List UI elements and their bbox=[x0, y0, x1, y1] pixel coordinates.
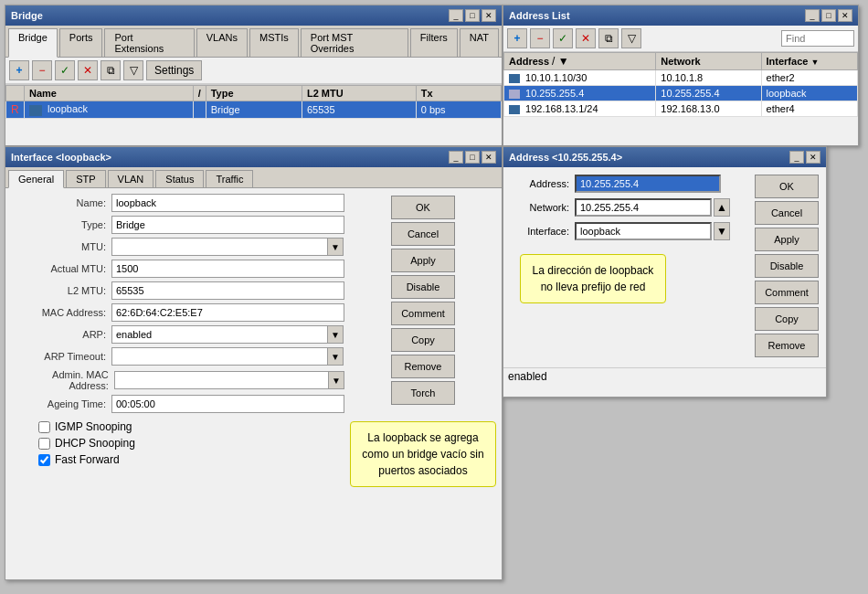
filter-btn[interactable]: ▽ bbox=[123, 60, 143, 80]
torch-button[interactable]: Torch bbox=[391, 381, 455, 405]
tab-bridge[interactable]: Bridge bbox=[8, 28, 58, 58]
disable-button[interactable]: Disable bbox=[391, 275, 455, 299]
interface-close[interactable]: ✕ bbox=[482, 151, 496, 164]
addr-interface-row: Interface: ▼ bbox=[511, 222, 747, 240]
igmp-checkbox[interactable] bbox=[38, 421, 50, 433]
addr-row-2[interactable]: 10.255.255.4 10.255.255.4 loopback bbox=[504, 86, 858, 101]
addr-copy-button[interactable]: Copy bbox=[755, 307, 819, 331]
ageing-input[interactable] bbox=[111, 395, 344, 413]
copy-btn[interactable]: ⧉ bbox=[101, 60, 121, 80]
add-btn[interactable]: + bbox=[9, 60, 29, 80]
mtu-input[interactable] bbox=[111, 238, 328, 256]
arp-input[interactable] bbox=[111, 325, 328, 344]
tab-port-extensions[interactable]: Port Extensions bbox=[104, 28, 194, 57]
tab-nat[interactable]: NAT bbox=[460, 28, 499, 57]
admin-mac-dropdown-arrow[interactable]: ▼ bbox=[328, 371, 344, 389]
type-input[interactable] bbox=[111, 216, 344, 234]
col-tx: Tx bbox=[416, 86, 501, 101]
row-marker: R bbox=[6, 101, 25, 119]
iface-value-3: ether4 bbox=[761, 101, 857, 117]
actual-mtu-input[interactable] bbox=[111, 260, 344, 278]
addr-row-1[interactable]: 10.10.1.10/30 10.10.1.8 ether2 bbox=[504, 70, 858, 86]
addr-check-btn[interactable]: ✓ bbox=[553, 28, 573, 48]
table-row[interactable]: R loopback Bridge 65535 0 bps bbox=[6, 101, 502, 119]
addr-add-btn[interactable]: + bbox=[507, 28, 527, 48]
network-value-1: 10.10.1.8 bbox=[656, 70, 761, 86]
remove-button[interactable]: Remove bbox=[391, 355, 455, 378]
dhcp-checkbox[interactable] bbox=[38, 438, 50, 450]
addr-interface-input[interactable] bbox=[575, 222, 712, 240]
addr-row-3[interactable]: 192.168.13.1/24 192.168.13.0 ether4 bbox=[504, 101, 858, 117]
comment-button[interactable]: Comment bbox=[391, 302, 455, 325]
interface-title: Interface <loopback> bbox=[11, 152, 111, 163]
copy-button[interactable]: Copy bbox=[391, 328, 455, 352]
mtu-label: MTU: bbox=[11, 241, 111, 252]
bridge-close[interactable]: ✕ bbox=[482, 9, 496, 22]
addr-copy-btn[interactable]: ⧉ bbox=[598, 28, 619, 48]
addr-detail-minimize[interactable]: _ bbox=[789, 151, 804, 164]
tab-mstis[interactable]: MSTIs bbox=[249, 28, 299, 57]
tab-vlans[interactable]: VLANs bbox=[196, 28, 248, 57]
address-detail-window: Address <10.255.255.4> _ ✕ Address: Netw… bbox=[503, 146, 827, 398]
col-sort: / bbox=[193, 86, 206, 101]
address-search-input[interactable] bbox=[781, 30, 854, 47]
addr-icon-2 bbox=[509, 90, 520, 99]
interface-minimize[interactable]: _ bbox=[449, 151, 463, 164]
addr-list-close[interactable]: ✕ bbox=[838, 9, 852, 22]
ok-button[interactable]: OK bbox=[391, 196, 455, 219]
addr-apply-button[interactable]: Apply bbox=[755, 228, 819, 251]
address-detail-content: Address: Network: ▲ Interface: ▼ La dire… bbox=[503, 167, 826, 367]
check-btn[interactable]: ✓ bbox=[55, 60, 75, 80]
remove-btn[interactable]: − bbox=[32, 60, 52, 80]
addr-network-up-btn[interactable]: ▲ bbox=[714, 198, 730, 217]
addr-detail-close[interactable]: ✕ bbox=[806, 151, 820, 164]
tab-port-mst[interactable]: Port MST Overrides bbox=[301, 28, 408, 57]
addr-filter-btn[interactable]: ▽ bbox=[621, 28, 641, 48]
arp-dropdown-arrow[interactable]: ▼ bbox=[327, 325, 344, 344]
tab-stp[interactable]: STP bbox=[66, 170, 105, 187]
addr-ok-button[interactable]: OK bbox=[755, 175, 819, 198]
col-name: Name bbox=[25, 86, 194, 101]
actual-mtu-label: Actual MTU: bbox=[11, 263, 111, 274]
addr-network-input[interactable] bbox=[575, 198, 712, 217]
name-label: Name: bbox=[11, 197, 111, 208]
address-detail-title: Address <10.255.255.4> bbox=[509, 152, 622, 163]
name-input[interactable] bbox=[111, 194, 344, 212]
addr-disable-button[interactable]: Disable bbox=[755, 254, 819, 278]
x-btn[interactable]: ✕ bbox=[78, 60, 98, 80]
bridge-maximize[interactable]: □ bbox=[465, 9, 480, 22]
tab-ports[interactable]: Ports bbox=[59, 28, 103, 57]
admin-mac-input[interactable] bbox=[114, 371, 329, 389]
tab-status[interactable]: Status bbox=[155, 170, 204, 187]
mac-input[interactable] bbox=[111, 303, 344, 322]
arp-timeout-dropdown-arrow[interactable]: ▼ bbox=[327, 347, 344, 366]
fast-forward-row: Fast Forward bbox=[38, 453, 344, 466]
mtu-dropdown-arrow[interactable]: ▼ bbox=[327, 238, 344, 256]
addr-comment-button[interactable]: Comment bbox=[755, 281, 819, 304]
iface-value-2: loopback bbox=[761, 86, 857, 101]
l2mtu-row: L2 MTU: bbox=[11, 281, 344, 300]
interface-maximize[interactable]: □ bbox=[465, 151, 480, 164]
address-list-toolbar: + − ✓ ✕ ⧉ ▽ bbox=[503, 26, 858, 52]
l2mtu-input[interactable] bbox=[111, 281, 344, 300]
addr-x-btn[interactable]: ✕ bbox=[576, 28, 596, 48]
addr-remove-btn[interactable]: − bbox=[530, 28, 550, 48]
addr-cancel-button[interactable]: Cancel bbox=[755, 201, 819, 225]
tab-vlan[interactable]: VLAN bbox=[108, 170, 154, 187]
tab-general[interactable]: General bbox=[8, 170, 64, 188]
settings-btn[interactable]: Settings bbox=[146, 60, 202, 80]
tab-traffic[interactable]: Traffic bbox=[206, 170, 253, 187]
addr-interface-dropdown-btn[interactable]: ▼ bbox=[714, 222, 730, 240]
fast-forward-checkbox[interactable] bbox=[38, 454, 50, 466]
arp-timeout-input[interactable] bbox=[111, 347, 328, 366]
bridge-table-container: Name / Type L2 MTU Tx R loopback Bridge bbox=[5, 84, 502, 137]
tab-filters[interactable]: Filters bbox=[410, 28, 458, 57]
cancel-button[interactable]: Cancel bbox=[391, 222, 455, 246]
addr-remove-button[interactable]: Remove bbox=[755, 334, 819, 357]
addr-address-input[interactable] bbox=[575, 175, 721, 193]
bridge-minimize[interactable]: _ bbox=[449, 9, 463, 22]
address-detail-side-buttons: OK Cancel Apply Disable Comment Copy Rem… bbox=[755, 175, 819, 360]
addr-list-maximize[interactable]: □ bbox=[821, 9, 836, 22]
addr-list-minimize[interactable]: _ bbox=[805, 9, 820, 22]
apply-button[interactable]: Apply bbox=[391, 249, 455, 272]
